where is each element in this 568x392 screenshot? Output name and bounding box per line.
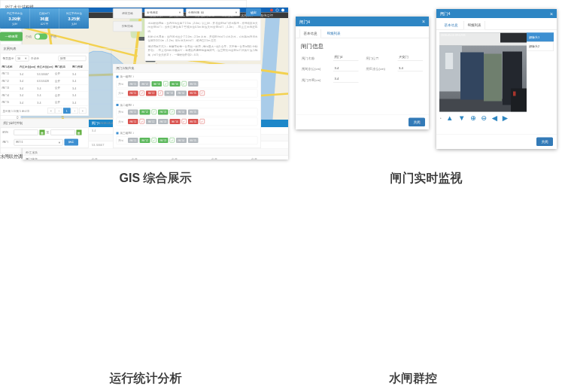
timer-gate-select[interactable]: 闸门1 ▼ bbox=[14, 139, 63, 146]
gate-badge[interactable]: 闸门4 bbox=[170, 81, 181, 87]
field-value[interactable]: 3.4 bbox=[398, 65, 424, 72]
gate-badge[interactable]: 闸门5 bbox=[188, 119, 199, 124]
interval-select[interactable]: 分闸间隔 60 ▼ bbox=[186, 8, 240, 16]
scheme-select[interactable]: 常规调度 ▼ bbox=[144, 8, 184, 16]
stat-bottom: 实时 bbox=[0, 22, 29, 26]
gate-badge[interactable]: 闸门5 bbox=[188, 81, 199, 87]
pan-right-icon[interactable]: ▶ bbox=[503, 114, 508, 122]
row-label: 开闸 bbox=[118, 138, 126, 142]
gate-badge[interactable]: 闸门3 bbox=[158, 119, 169, 124]
row-label: 开闸 bbox=[118, 110, 126, 114]
zoom-in-icon[interactable]: ⊕ bbox=[470, 114, 476, 122]
pan-down-icon[interactable]: ▼ bbox=[458, 114, 465, 122]
close-window-icon[interactable] bbox=[281, 8, 284, 11]
page-button[interactable]: « bbox=[47, 108, 55, 114]
page-button[interactable]: 1 bbox=[63, 108, 71, 114]
record-icon[interactable] bbox=[270, 8, 273, 11]
camera-item[interactable]: 摄像头2 bbox=[527, 42, 554, 51]
chevron-down-icon: ▼ bbox=[58, 141, 61, 144]
gate-badge[interactable]: 闸门1 bbox=[128, 138, 138, 143]
page-size-prefix: 每页显示 bbox=[3, 56, 14, 60]
gate-badge[interactable]: 闸门4 bbox=[176, 90, 187, 96]
strategy-box-控制策略[interactable]: 控制策略 bbox=[113, 21, 142, 32]
chevron-down-icon: ▼ bbox=[178, 11, 181, 14]
field-value[interactable]: 闸门4 bbox=[333, 54, 359, 61]
timer-confirm-button[interactable]: 确定 bbox=[65, 139, 79, 146]
section-heading: 闸门信息 bbox=[296, 38, 429, 52]
gate-badge[interactable]: 闸门5 bbox=[188, 90, 199, 96]
pan-up-icon[interactable]: ▲ bbox=[446, 114, 453, 122]
tab-视频列表[interactable]: 视频列表 bbox=[323, 29, 345, 38]
check-icon: ✓ bbox=[158, 91, 163, 96]
mode-toggle[interactable] bbox=[35, 34, 47, 40]
card-title: 闸门控制方案 bbox=[114, 64, 261, 72]
check-icon: ✓ bbox=[151, 138, 156, 143]
gate-badge[interactable]: 闸门1 bbox=[128, 81, 138, 87]
search-input[interactable] bbox=[59, 56, 87, 61]
modal-footer: 关闭 bbox=[436, 134, 557, 149]
tab-基本信息[interactable]: 基本信息 bbox=[440, 21, 462, 30]
calendar-icon[interactable]: ▦ bbox=[40, 130, 45, 135]
gate-badge[interactable]: 闸门3 bbox=[158, 109, 169, 114]
page-button[interactable]: » bbox=[79, 108, 87, 114]
group-name: 第一组闸门 bbox=[117, 74, 258, 78]
field-value[interactable]: 3.4 bbox=[333, 76, 359, 83]
gate-badge[interactable]: 闸门2 bbox=[146, 90, 156, 96]
gate-badge[interactable]: 闸门1 bbox=[128, 90, 138, 96]
gate-badge[interactable]: 闸门4 bbox=[176, 138, 187, 143]
field-value[interactable]: 天安门 bbox=[398, 54, 424, 61]
tab-视频列表[interactable]: 视频列表 bbox=[463, 21, 485, 30]
close-button[interactable]: 关闭 bbox=[409, 118, 425, 127]
tab-基本信息[interactable]: 基本信息 bbox=[299, 29, 321, 38]
timer-end-input[interactable] bbox=[50, 130, 74, 135]
field-label: 闸门名称 bbox=[302, 56, 331, 61]
close-icon[interactable]: × bbox=[550, 11, 553, 17]
gate-groups: 第一组闸门开闸闸门1闸门2闸门3✓闸门4✓闸门5关闸闸门1✓闸门2✓闸门3闸门4… bbox=[114, 72, 261, 147]
bullet-icon bbox=[117, 104, 119, 106]
gate-badge[interactable]: 闸门2 bbox=[140, 81, 150, 87]
close-icon[interactable]: × bbox=[422, 19, 425, 24]
gate-badge[interactable]: 闸门1 bbox=[128, 109, 138, 114]
camera-item[interactable]: 摄像头1 bbox=[527, 33, 554, 42]
gate-list-table: 闸门名称内江水位(cm)外江水位(cm)闸门状态闸门开度闸门13.453.346… bbox=[1, 63, 89, 106]
check-icon: ✓ bbox=[181, 81, 187, 87]
confirm-button[interactable]: 确定 bbox=[246, 8, 261, 17]
table-cell bbox=[169, 148, 208, 156]
gate-badge[interactable]: 闸门1 bbox=[128, 119, 138, 124]
form-field: 闸门名称闸门4 bbox=[302, 54, 359, 61]
page-size-select[interactable]: 10 ▼ bbox=[16, 56, 29, 62]
restore-icon[interactable] bbox=[276, 8, 279, 11]
field-value[interactable]: 3.4 bbox=[333, 65, 359, 72]
close-button[interactable]: 关闭 bbox=[536, 138, 553, 147]
page-button[interactable]: ‹ bbox=[56, 108, 63, 114]
badge-row: 开闸闸门1闸门2✓闸门3✓闸门4闸门5 bbox=[117, 108, 258, 116]
field-label: 闸门位置 bbox=[366, 56, 396, 61]
gate-badge[interactable]: 闸门2 bbox=[140, 109, 150, 114]
gate-badge[interactable]: 闸门3 bbox=[164, 90, 175, 96]
gate-badge[interactable]: 闸门2 bbox=[146, 119, 156, 124]
table-cell: 闸门5 bbox=[1, 99, 18, 106]
gate-badge[interactable]: 闸门4 bbox=[176, 109, 187, 114]
gate-badge[interactable]: 闸门5 bbox=[188, 138, 199, 143]
gate-badge[interactable]: 闸门3 bbox=[151, 81, 162, 87]
row-label: 开闸 bbox=[118, 82, 126, 86]
pan-left-icon[interactable]: ◀ bbox=[492, 114, 497, 122]
table-row: 外江水质 bbox=[23, 148, 288, 156]
table-header: 内江水位(cm) bbox=[18, 63, 35, 70]
caption-monitor: 闸门实时监视 bbox=[296, 170, 557, 187]
gate-badge[interactable]: 闸门5 bbox=[188, 109, 199, 114]
calendar-icon[interactable]: ▦ bbox=[76, 130, 81, 135]
field-label: 闸后水位(cm) bbox=[366, 67, 396, 71]
zoom-out-icon[interactable]: ⊖ bbox=[481, 114, 487, 122]
gate-group: 第二组闸门开闸闸门1闸门2✓闸门3✓闸门4闸门5关闸闸门1✓闸门2闸门3闸门4✓… bbox=[114, 101, 261, 129]
page-button[interactable]: › bbox=[71, 108, 79, 114]
gate-badge[interactable]: 闸门2 bbox=[140, 138, 150, 143]
gate-badge[interactable]: 闸门3 bbox=[158, 138, 169, 143]
gate-badge[interactable]: 闸门4 bbox=[170, 119, 181, 124]
interval-label: 分闸间隔 bbox=[188, 11, 199, 14]
dispatch-button[interactable]: 一键调度 bbox=[0, 32, 23, 41]
timer-start-input[interactable] bbox=[14, 130, 38, 135]
gate-info-modal: 闸门4 × 基本信息视频列表 闸门信息 闸门名称闸门4闸门位置天安门闸前水位(c… bbox=[296, 17, 429, 129]
ptz-controls: • ▲▼⊕⊖◀▶ bbox=[436, 112, 557, 122]
strategy-box-调度策略[interactable]: 调度策略 bbox=[113, 8, 142, 19]
